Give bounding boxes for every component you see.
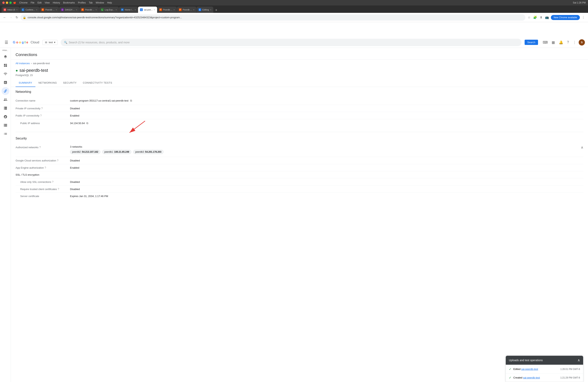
tab-close-logexp[interactable]: × <box>116 9 117 11</box>
settings-button[interactable]: ⋮ <box>571 39 578 46</box>
uploads-header[interactable]: Uploads and test operations ∧ <box>506 356 583 365</box>
os-menu: 🍎 Chrome File Edit View History Bookmark… <box>13 1 112 4</box>
tab-favicon-gmail: M <box>3 8 6 11</box>
help-private-ip-icon[interactable]: ? <box>41 107 43 110</box>
os-help-menu[interactable]: Help <box>107 1 112 4</box>
tab-summary[interactable]: SUMMARY <box>16 79 35 87</box>
tab-close-peerdb3[interactable]: × <box>173 9 175 11</box>
tab-close-peerdb2[interactable]: × <box>95 9 97 11</box>
tab-gmail[interactable]: M Inbox (5 × <box>1 7 20 13</box>
help-button[interactable]: ? <box>566 39 570 46</box>
fullscreen-traffic-light[interactable] <box>9 1 12 4</box>
sidebar-item-database[interactable] <box>1 104 9 112</box>
value-allow-ssl: Disabled <box>70 180 583 183</box>
back-button[interactable]: ← <box>2 15 7 20</box>
os-tab-menu[interactable]: Tab <box>89 1 93 4</box>
tab-peerdb3[interactable]: P Peerdb ... × <box>157 7 177 13</box>
cloud-console-button[interactable]: ▦ <box>550 39 556 46</box>
tab-connectivity-tests[interactable]: CONNECTIVITY TESTS <box>80 79 115 87</box>
tab-dais24[interactable]: D DAIS24 ... × <box>59 7 79 13</box>
os-window-menu[interactable]: Window <box>96 1 104 4</box>
tab-networking[interactable]: NETWORKING <box>35 79 60 87</box>
new-tab-button[interactable]: + <box>213 7 219 13</box>
new-chrome-button[interactable]: New Chrome available <box>551 15 580 20</box>
reload-button[interactable]: ↻ <box>15 15 19 20</box>
label-server-cert: Server certificate <box>16 195 70 198</box>
hamburger-menu[interactable]: ☰ <box>3 39 10 46</box>
logo-o2: o <box>19 41 21 44</box>
os-chrome-menu[interactable]: Chrome <box>19 1 28 4</box>
uploads-minimize-button[interactable]: ∧ <box>578 358 580 362</box>
sidebar-item-analytics[interactable] <box>1 79 9 86</box>
tab-saipee[interactable]: G sai-pee... × <box>138 7 157 13</box>
tab-favicon-dais24: D <box>61 8 64 11</box>
tab-home[interactable]: H Home /... × <box>119 7 138 13</box>
os-view-menu[interactable]: View <box>45 1 50 4</box>
project-selector[interactable]: test ▾ <box>42 40 58 45</box>
copy-connection-name-button[interactable]: ⧉ <box>130 99 132 103</box>
os-apple-menu[interactable]: 🍎 <box>13 1 16 4</box>
os-file-menu[interactable]: File <box>31 1 34 4</box>
help-gcp-services-auth-icon[interactable]: ? <box>57 159 59 162</box>
tab-confere[interactable]: C Confere... × <box>20 7 39 13</box>
extensions-button[interactable]: 🧩 <box>532 15 538 20</box>
label-ssl-tls-group: SSL / TLS encryption <box>16 173 70 176</box>
notifications-button[interactable]: 🔔 <box>557 39 565 46</box>
help-public-ip-icon[interactable]: ? <box>40 114 42 117</box>
tab-close-dais24[interactable]: × <box>76 9 77 11</box>
value-require-trusted-certs: Disabled <box>70 188 583 191</box>
uploads-item-link-1[interactable]: sai-peerdb-test <box>523 376 540 379</box>
copy-public-ip-button[interactable]: ⧉ <box>86 121 89 125</box>
tab-favicon-home: H <box>121 8 124 11</box>
close-traffic-light[interactable] <box>2 1 5 4</box>
avatar[interactable]: S <box>579 39 585 45</box>
tab-close-confere[interactable]: × <box>36 9 37 11</box>
global-search-bar[interactable]: 🔍 Search (/) for resources, docs, produc… <box>61 39 522 46</box>
sidebar-item-dashboard[interactable] <box>1 62 9 69</box>
info-row-gcp-services-auth: Google Cloud services authorization ? Di… <box>16 157 583 164</box>
layers-icon <box>3 55 7 59</box>
search-button[interactable]: Search <box>525 40 538 45</box>
sidebar-item-connections[interactable] <box>1 87 9 95</box>
tab-label-saipee: sai-pee... <box>144 9 153 11</box>
os-profiles-menu[interactable]: Profiles <box>78 1 86 4</box>
tab-security[interactable]: SECURITY <box>60 79 80 87</box>
sidebar-item-storage[interactable] <box>1 121 9 129</box>
tab-close-peerdb4[interactable]: × <box>193 9 194 11</box>
tab-close-home[interactable]: × <box>135 9 136 11</box>
tab-close-editing[interactable]: × <box>210 9 211 11</box>
screen-cast-button[interactable]: 📺 <box>544 15 550 20</box>
sidebar-item-list[interactable] <box>1 130 9 138</box>
help-allow-ssl-icon[interactable]: ? <box>52 180 53 183</box>
tab-peerdb2[interactable]: P Peerdb ... × <box>79 7 99 13</box>
bookmark-button[interactable]: ☆ <box>527 15 531 20</box>
tab-close-gmail[interactable]: × <box>16 9 18 11</box>
google-cloud-logo[interactable]: Google Cloud <box>13 41 39 44</box>
sidebar-item-people[interactable] <box>1 96 9 104</box>
breadcrumb-all-instances[interactable]: All instances <box>16 62 30 65</box>
minimize-traffic-light[interactable] <box>6 1 8 4</box>
os-edit-menu[interactable]: Edit <box>38 1 42 4</box>
help-app-engine-auth-icon[interactable]: ? <box>44 166 46 169</box>
help-authorized-networks-icon[interactable]: ? <box>39 146 41 149</box>
app-container: ☰ Google Cloud test ▾ 🔍 Search (/) for r… <box>0 22 588 382</box>
more-button[interactable]: ⋮ <box>581 15 586 20</box>
os-history-menu[interactable]: History <box>53 1 60 4</box>
tab-close-peerdb1[interactable]: × <box>56 9 57 11</box>
uploads-item-link-0[interactable]: sai-peerdb-test <box>521 368 538 371</box>
address-input[interactable]: 🔒 console.cloud.google.com/sql/instances… <box>21 14 525 21</box>
help-require-trusted-certs-icon[interactable]: ? <box>58 188 59 191</box>
tab-peerdb1[interactable]: P Peerdb ... × <box>40 7 59 13</box>
tab-close-saipee[interactable]: × <box>154 9 155 11</box>
collapse-networks-button[interactable]: ∧ <box>581 145 583 149</box>
sidebar-item-overview[interactable] <box>1 53 9 61</box>
sidebar-item-sql[interactable] <box>1 113 9 121</box>
download-button[interactable]: ⬇ <box>539 15 543 20</box>
forward-button[interactable]: → <box>9 15 13 20</box>
sidebar-item-monitoring[interactable] <box>1 70 9 78</box>
tab-logexp[interactable]: L Log Exp... × <box>99 7 119 13</box>
os-bookmarks-menu[interactable]: Bookmarks <box>63 1 75 4</box>
tab-peerdb4[interactable]: P Peerdb ... × <box>177 7 196 13</box>
cloud-shell-button[interactable]: ⌨ <box>541 39 549 46</box>
tab-editing[interactable]: E Editing × <box>197 7 213 13</box>
